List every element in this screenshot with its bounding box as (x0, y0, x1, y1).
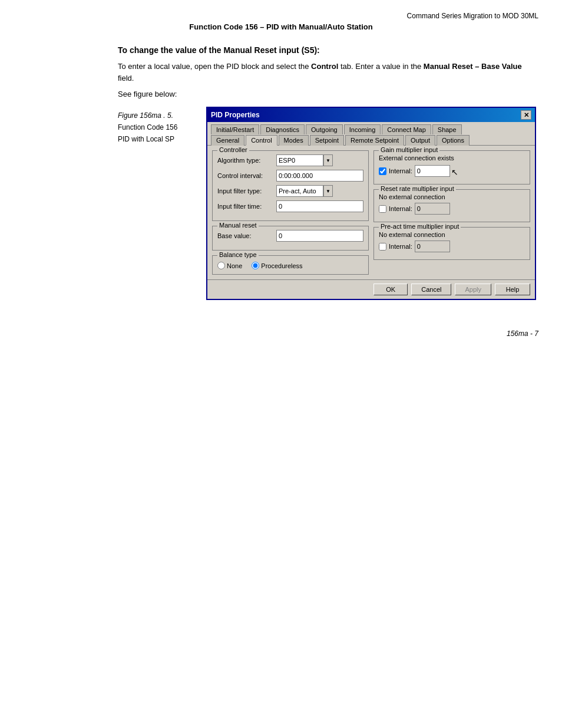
preact-internal-checkbox[interactable] (379, 243, 386, 251)
tab-incoming[interactable]: Incoming (344, 124, 381, 134)
input-filter-type-row: Input filter type: ▼ (217, 185, 363, 197)
tab-remote-setpoint[interactable]: Remote Setpoint (345, 135, 404, 146)
panel-right: Gain multiplier input External connectio… (373, 150, 530, 275)
preact-no-ext-text: No external connection (379, 231, 525, 238)
controller-group-title: Controller (217, 146, 249, 153)
sidebar-label-figure: Figure 156ma . 5. (118, 111, 206, 120)
input-filter-type-dropdown-arrow[interactable]: ▼ (323, 185, 333, 197)
dialog-tabs: Initial/Restart Diagnostics Outgoing Inc… (207, 122, 535, 146)
algorithm-type-row: Algorithm type: ▼ (217, 154, 363, 166)
input-filter-type-label: Input filter type: (217, 187, 276, 195)
dialog-titlebar: PID Properties ✕ (207, 108, 535, 122)
reset-rate-group-title: Reset rate multiplier input (379, 185, 456, 192)
preact-group: Pre-act time multiplier input No externa… (373, 227, 530, 260)
tab-setpoint[interactable]: Setpoint (310, 135, 344, 146)
dialog-footer: OK Cancel Apply Help (207, 279, 535, 299)
dialog-close-button[interactable]: ✕ (521, 110, 531, 120)
radio-none-label: None (227, 262, 242, 269)
balance-type-radio-row: None Procedureless (217, 262, 363, 269)
tab-connect-map[interactable]: Connect Map (382, 124, 431, 134)
algorithm-type-label: Algorithm type: (217, 157, 276, 164)
tab-initial-restart[interactable]: Initial/Restart (211, 124, 259, 134)
reset-internal-checkbox[interactable] (379, 205, 386, 213)
cancel-button[interactable]: Cancel (411, 284, 451, 295)
help-button[interactable]: Help (495, 284, 530, 295)
control-interval-row: Control interval: (217, 170, 363, 182)
tab-modes[interactable]: Modes (279, 135, 309, 146)
balance-type-group: Balance type None Procedureless (212, 255, 369, 275)
input-filter-time-input[interactable] (276, 200, 363, 212)
algorithm-type-dropdown-arrow[interactable]: ▼ (323, 154, 333, 166)
tab-outgoing[interactable]: Outgoing (306, 124, 343, 134)
apply-button[interactable]: Apply (455, 284, 491, 295)
gain-sub-text: External connection exists (379, 154, 525, 162)
base-value-row: Base value: (217, 230, 363, 242)
manual-reset-group-title: Manual reset (217, 222, 259, 229)
algorithm-type-input[interactable] (276, 154, 323, 166)
balance-type-group-title: Balance type (217, 251, 259, 258)
reset-rate-group: Reset rate multiplier input No external … (373, 189, 530, 222)
sidebar-labels: Figure 156ma . 5. Function Code 156 PID … (118, 107, 206, 147)
radio-none[interactable] (217, 262, 225, 269)
ok-button[interactable]: OK (373, 284, 408, 295)
gain-internal-label: Internal: (389, 167, 412, 174)
base-value-label: Base value: (217, 232, 276, 239)
reset-rate-no-ext-text: No external connection (379, 193, 525, 200)
dialog-body: Controller Algorithm type: ▼ Control int… (207, 146, 535, 279)
control-interval-input[interactable] (276, 170, 363, 182)
radio-procedureless-item: Procedureless (252, 262, 302, 269)
tab-diagnostics[interactable]: Diagnostics (260, 124, 305, 134)
gain-internal-input[interactable] (415, 165, 450, 177)
preact-internal-label: Internal: (389, 243, 412, 250)
tab-general[interactable]: General (211, 135, 244, 146)
reset-internal-checkbox-row: Internal: (379, 203, 525, 215)
manual-reset-group: Manual reset Base value: (212, 226, 369, 251)
preact-internal-checkbox-row: Internal: (379, 241, 525, 252)
sidebar-label-function: Function Code 156 (118, 123, 206, 131)
gain-internal-checkbox[interactable] (379, 167, 386, 175)
tab-options[interactable]: Options (437, 135, 470, 146)
preact-group-title: Pre-act time multiplier input (379, 223, 461, 230)
control-interval-label: Control interval: (217, 172, 276, 179)
page-header-line1: Command Series Migration to MOD 30ML (24, 12, 538, 20)
see-figure-text: See figure below: (118, 90, 538, 98)
tab-control[interactable]: Control (246, 135, 277, 146)
base-value-input[interactable] (276, 230, 363, 242)
dialog-title: PID Properties (211, 111, 260, 119)
dialog-wrapper: PID Properties ✕ Initial/Restart Diagnos… (206, 107, 538, 300)
section-title: To change the value of the Manual Reset … (118, 45, 538, 55)
section-body: To enter a local value, open the PID blo… (118, 61, 538, 84)
input-filter-time-label: Input filter time: (217, 203, 276, 210)
gain-internal-checkbox-row: Internal: ↖ (379, 165, 525, 177)
gain-multiplier-group-title: Gain multiplier input (379, 146, 439, 153)
input-filter-type-input[interactable] (276, 185, 323, 197)
input-filter-time-row: Input filter time: (217, 200, 363, 212)
reset-internal-input[interactable] (415, 203, 450, 215)
page-footer: 156ma - 7 (24, 318, 538, 338)
radio-procedureless[interactable] (252, 262, 259, 269)
tab-shape[interactable]: Shape (432, 124, 462, 134)
radio-none-item: None (217, 262, 242, 269)
tab-output[interactable]: Output (405, 135, 435, 146)
panel-left: Controller Algorithm type: ▼ Control int… (212, 150, 369, 275)
sidebar-label-pid: PID with Local SP (118, 135, 206, 143)
reset-internal-label: Internal: (389, 205, 412, 212)
page-header-line2: Function Code 156 – PID with Manual/Auto… (24, 22, 538, 31)
gain-multiplier-group: Gain multiplier input External connectio… (373, 150, 530, 185)
pid-properties-dialog: PID Properties ✕ Initial/Restart Diagnos… (206, 107, 536, 300)
preact-internal-input[interactable] (415, 241, 450, 252)
controller-group: Controller Algorithm type: ▼ Control int… (212, 150, 369, 221)
cursor-icon: ↖ (451, 167, 458, 177)
radio-procedureless-label: Procedureless (261, 262, 302, 269)
